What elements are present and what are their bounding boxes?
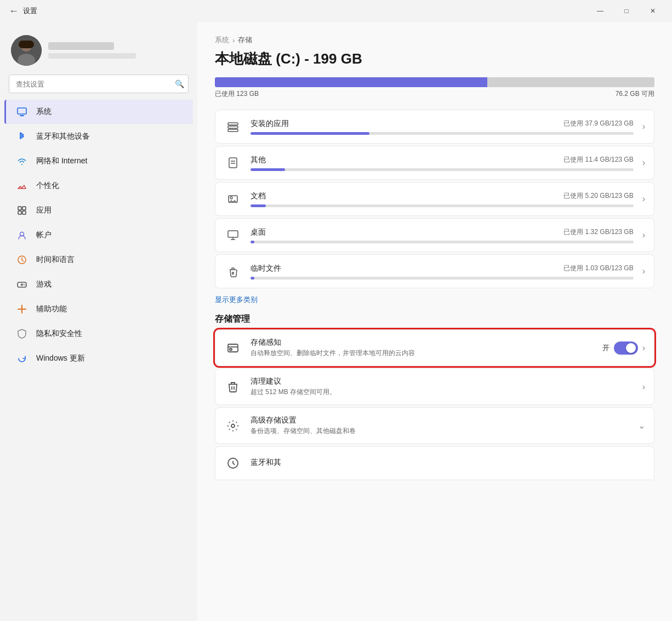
category-card-other[interactable]: 其他 已使用 11.4 GB/123 GB › [215, 146, 654, 180]
cleanup-card[interactable]: 清理建议 超过 512 MB 存储空间可用。 › [215, 368, 654, 405]
cleanup-icon [224, 378, 242, 396]
search-box: 🔍 [9, 75, 189, 93]
svg-rect-18 [228, 123, 238, 125]
storage-sense-icon [224, 339, 242, 357]
toggle-track [614, 341, 638, 355]
cat-info-apps: 安装的应用 已使用 37.9 GB/123 GB [250, 119, 634, 135]
nav-label-network: 网络和 Internet [36, 156, 87, 166]
storage-overview: 已使用 123 GB 76.2 GB 可用 [215, 77, 654, 99]
category-card-desktop[interactable]: 桌面 已使用 1.32 GB/123 GB › [215, 218, 654, 252]
sidebar-item-bluetooth[interactable]: 蓝牙和其他设备 [4, 124, 193, 149]
cat-name-temp: 临时文件 [250, 264, 281, 274]
cat-name-other: 其他 [250, 155, 266, 165]
svg-rect-21 [229, 158, 237, 168]
nav-label-account: 帐户 [36, 230, 52, 240]
sidebar-item-account[interactable]: 帐户 [4, 223, 193, 247]
cat-icon-apps [224, 118, 242, 135]
storage-bar-container [215, 77, 654, 87]
category-card-temp[interactable]: 临时文件 已使用 1.03 GB/123 GB › [215, 254, 654, 288]
toggle-thumb [626, 343, 636, 353]
cat-bar-container-temp [250, 277, 634, 280]
sidebar-item-privacy[interactable]: 隐私和安全性 [4, 322, 193, 346]
maximize-button[interactable]: □ [614, 2, 639, 20]
category-card-docs[interactable]: 文档 已使用 5.20 GB/123 GB › [215, 182, 654, 216]
sidebar-item-assist[interactable]: 辅助功能 [4, 297, 193, 321]
storage-sense-desc: 自动释放空间、删除临时文件，并管理本地可用的云内容 [250, 349, 594, 358]
category-card-apps[interactable]: 安装的应用 已使用 37.9 GB/123 GB › [215, 110, 654, 144]
sidebar-item-system[interactable]: 系统 [4, 100, 193, 124]
cat-icon-docs [224, 190, 242, 208]
nav-label-time: 时间和语言 [36, 255, 75, 265]
titlebar-title: 设置 [23, 6, 37, 16]
storage-bar-labels: 已使用 123 GB 76.2 GB 可用 [215, 89, 654, 99]
cat-info-desktop: 桌面 已使用 1.32 GB/123 GB [250, 227, 634, 243]
storage-sense-chevron: › [642, 343, 645, 353]
cat-bar-desktop [250, 241, 254, 243]
sidebar-item-game[interactable]: 游戏 [4, 272, 193, 297]
cat-bar-container-other [250, 168, 634, 171]
cat-icon-desktop [224, 226, 242, 244]
svg-rect-9 [18, 211, 21, 214]
cleanup-info: 清理建议 超过 512 MB 存储空间可用。 [250, 377, 634, 397]
cat-bar-temp [250, 277, 254, 280]
cat-info-other: 其他 已使用 11.4 GB/123 GB [250, 155, 634, 171]
search-icon: 🔍 [175, 79, 184, 88]
svg-rect-6 [20, 115, 24, 116]
cat-bar-docs [250, 204, 266, 207]
nav-icon-network [15, 155, 29, 168]
user-email-bar [48, 53, 136, 59]
minimize-button[interactable]: — [588, 2, 613, 20]
sidebar-item-personal[interactable]: 个性化 [4, 174, 193, 198]
svg-rect-20 [228, 129, 238, 132]
nav-label-bluetooth: 蓝牙和其他设备 [36, 132, 90, 141]
storage-sense-toggle[interactable] [614, 341, 638, 355]
show-more-link[interactable]: 显示更多类别 [215, 295, 258, 305]
nav-label-update: Windows 更新 [36, 354, 85, 363]
svg-rect-8 [22, 207, 26, 210]
svg-rect-31 [230, 349, 232, 350]
user-info [48, 42, 186, 59]
breadcrumb: 系统 › 存储 [215, 35, 654, 45]
cat-usage-apps: 已使用 37.9 GB/123 GB [563, 119, 633, 128]
nav-list: 系统 蓝牙和其他设备 网络和 Internet 个性化 应用 帐户 时间和语言 … [0, 100, 197, 371]
main-panel: 系统 › 存储 本地磁盘 (C:) - 199 GB 已使用 123 GB 76… [197, 22, 672, 621]
titlebar-left: ← 设置 [9, 5, 37, 17]
back-icon[interactable]: ← [9, 5, 19, 17]
storage-sense-card[interactable]: 存储感知 自动释放空间、删除临时文件，并管理本地可用的云内容 开 › [215, 329, 654, 366]
user-name-bar [48, 42, 114, 50]
sidebar-item-time[interactable]: 时间和语言 [4, 248, 193, 272]
advanced-storage-icon [224, 417, 242, 435]
svg-rect-24 [229, 196, 237, 202]
svg-point-32 [231, 424, 235, 428]
titlebar: ← 设置 — □ ✕ [0, 0, 672, 22]
svg-point-17 [25, 284, 26, 286]
sidebar-item-network[interactable]: 网络和 Internet [4, 149, 193, 173]
advanced-storage-name: 高级存储设置 [250, 415, 629, 425]
svg-rect-26 [228, 231, 238, 237]
avatar [11, 35, 42, 66]
nav-icon-bluetooth [15, 130, 29, 143]
sidebar-item-update[interactable]: Windows 更新 [4, 346, 193, 371]
sidebar-item-apps[interactable]: 应用 [4, 198, 193, 223]
toggle-on-label: 开 [602, 343, 610, 353]
svg-rect-5 [18, 108, 26, 114]
cat-chevron-desktop: › [642, 230, 645, 240]
storage-used-label: 已使用 123 GB [215, 89, 259, 99]
bottom-partial-card[interactable]: 蓝牙和其 [215, 446, 654, 480]
svg-rect-4 [19, 41, 34, 48]
nav-label-game: 游戏 [36, 280, 52, 289]
content-area: 🔍 系统 蓝牙和其他设备 网络和 Internet 个性化 应用 帐户 时间和语… [0, 22, 672, 621]
breadcrumb-current: 存储 [238, 35, 252, 45]
close-button[interactable]: ✕ [640, 2, 665, 20]
nav-icon-system [15, 105, 29, 118]
search-input[interactable] [9, 75, 189, 93]
nav-label-system: 系统 [36, 107, 52, 117]
nav-icon-personal [15, 179, 29, 192]
bottom-partial-icon [224, 454, 242, 472]
bottom-partial-name: 蓝牙和其 [250, 458, 645, 468]
nav-label-assist: 辅助功能 [36, 304, 67, 314]
cat-info-temp: 临时文件 已使用 1.03 GB/123 GB [250, 264, 634, 280]
cat-icon-other [224, 154, 242, 172]
advanced-storage-card[interactable]: 高级存储设置 备份选项、存储空间、其他磁盘和卷 ⌄ [215, 407, 654, 444]
section-storage-mgmt: 存储管理 [215, 314, 654, 325]
